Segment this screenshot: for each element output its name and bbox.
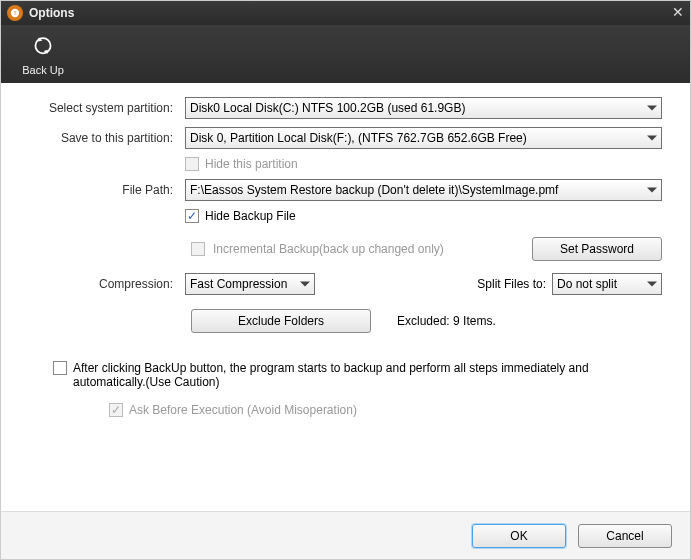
split-value: Do not split: [557, 277, 617, 291]
window: Options ✕ Back Up Select system partitio…: [0, 0, 691, 560]
backup-icon: [27, 32, 59, 64]
save-to-value: Disk 0, Partition Local Disk(F:), (NTFS …: [190, 131, 527, 145]
incremental-label: Incremental Backup(back up changed only): [213, 242, 444, 256]
chevron-down-icon: [647, 282, 657, 287]
ribbon-backup[interactable]: Back Up: [7, 25, 79, 83]
file-path-label: File Path:: [29, 183, 179, 197]
svg-point-0: [35, 38, 50, 53]
auto-run-checkbox[interactable]: [53, 361, 67, 375]
excluded-text: Excluded: 9 Items.: [397, 314, 496, 328]
ask-before-label: Ask Before Execution (Avoid Misoperation…: [129, 403, 357, 417]
compression-combo[interactable]: Fast Compression: [185, 273, 315, 295]
chevron-down-icon: [300, 282, 310, 287]
incremental-checkbox: [191, 242, 205, 256]
app-icon: [7, 5, 23, 21]
select-partition-label: Select system partition:: [29, 101, 179, 115]
ribbon-backup-label: Back Up: [22, 64, 64, 76]
set-password-button[interactable]: Set Password: [532, 237, 662, 261]
content-area: Select system partition: Disk0 Local Dis…: [1, 83, 690, 511]
footer: OK Cancel: [1, 511, 690, 559]
ribbon: Back Up: [1, 25, 690, 83]
chevron-down-icon: [647, 136, 657, 141]
file-path-combo[interactable]: F:\Eassos System Restore backup (Don't d…: [185, 179, 662, 201]
hide-partition-label: Hide this partition: [205, 157, 298, 171]
split-combo[interactable]: Do not split: [552, 273, 662, 295]
window-title: Options: [29, 6, 74, 20]
ok-button[interactable]: OK: [472, 524, 566, 548]
compression-value: Fast Compression: [190, 277, 287, 291]
select-partition-value: Disk0 Local Disk(C:) NTFS 100.2GB (used …: [190, 101, 465, 115]
auto-run-label: After clicking BackUp button, the progra…: [73, 361, 633, 389]
chevron-down-icon: [647, 106, 657, 111]
compression-label: Compression:: [29, 277, 179, 291]
save-to-label: Save to this partition:: [29, 131, 179, 145]
ask-before-checkbox: [109, 403, 123, 417]
save-to-combo[interactable]: Disk 0, Partition Local Disk(F:), (NTFS …: [185, 127, 662, 149]
select-partition-combo[interactable]: Disk0 Local Disk(C:) NTFS 100.2GB (used …: [185, 97, 662, 119]
chevron-down-icon: [647, 188, 657, 193]
hide-backup-checkbox[interactable]: [185, 209, 199, 223]
hide-backup-label: Hide Backup File: [205, 209, 296, 223]
exclude-folders-button[interactable]: Exclude Folders: [191, 309, 371, 333]
split-label: Split Files to:: [477, 277, 546, 291]
file-path-value: F:\Eassos System Restore backup (Don't d…: [190, 183, 558, 197]
cancel-button[interactable]: Cancel: [578, 524, 672, 548]
close-icon[interactable]: ✕: [672, 4, 684, 20]
titlebar: Options ✕: [1, 1, 690, 25]
hide-partition-checkbox: [185, 157, 199, 171]
